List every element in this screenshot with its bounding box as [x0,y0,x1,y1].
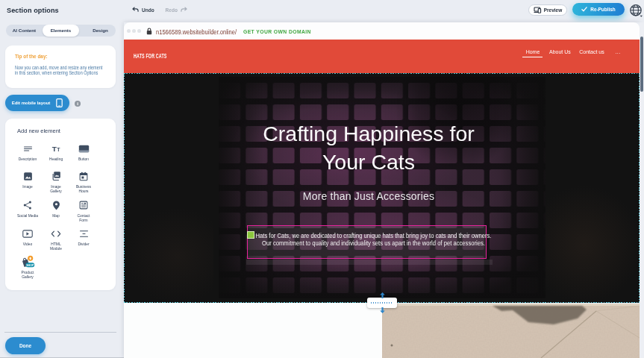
svg-text:T: T [57,146,60,151]
svg-text:SHOP: SHOP [26,263,34,266]
svg-text:T: T [51,144,56,152]
